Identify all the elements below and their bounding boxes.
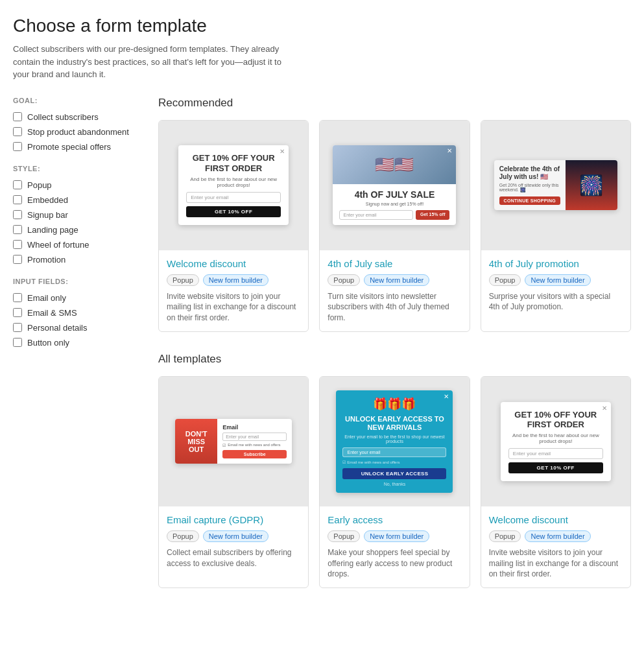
filter-wheel[interactable]: Wheel of fortune bbox=[13, 237, 143, 252]
template-card-welcome-discount-2[interactable]: ✕ GET 10% OFF YOUR FIRST ORDER And be th… bbox=[481, 376, 631, 588]
badge-new-form-builder: New form builder bbox=[525, 274, 590, 286]
template-info-july-sale: 4th of July sale Popup New form builder … bbox=[320, 250, 469, 331]
template-info-welcome-discount-2: Welcome discount Popup New form builder … bbox=[481, 506, 630, 587]
mini-popup-july-promo: ✕ Celebrate the 4th of July with us! 🇺🇸 … bbox=[494, 160, 617, 210]
filter-stop-abandonment[interactable]: Stop product abandonment bbox=[13, 124, 143, 139]
template-preview-july-sale: 🇺🇸🇺🇸 ✕ 4th OF JULY SALE Signup now and g… bbox=[320, 121, 469, 250]
badge-popup: Popup bbox=[328, 274, 360, 286]
template-card-july-promo[interactable]: ✕ Celebrate the 4th of July with us! 🇺🇸 … bbox=[481, 120, 631, 332]
template-name-welcome-discount-2: Welcome discount bbox=[489, 514, 623, 525]
checkbox-popup[interactable] bbox=[13, 180, 22, 189]
close-icon: ✕ bbox=[447, 147, 452, 154]
checkbox-email-sms[interactable] bbox=[13, 308, 22, 317]
filter-button-only[interactable]: Button only bbox=[13, 335, 143, 350]
template-name-july-sale: 4th of July sale bbox=[328, 258, 461, 269]
template-info-gdpr: Email capture (GDPR) Popup New form buil… bbox=[159, 506, 308, 577]
badge-new-form-builder: New form builder bbox=[525, 530, 590, 542]
template-desc-welcome-discount: Invite website visitors to join your mai… bbox=[167, 291, 300, 324]
template-badges-welcome-discount-2: Popup New form builder bbox=[489, 530, 623, 542]
mini-popup-welcome: ✕ GET 10% OFF YOUR FIRST ORDER And be th… bbox=[178, 145, 289, 224]
template-desc-early-access: Make your shoppers feel special by offer… bbox=[328, 547, 461, 580]
badge-new-form-builder: New form builder bbox=[203, 274, 268, 286]
filter-email-sms[interactable]: Email & SMS bbox=[13, 305, 143, 320]
badge-new-form-builder: New form builder bbox=[364, 274, 429, 286]
template-card-welcome-discount[interactable]: ✕ GET 10% OFF YOUR FIRST ORDER And be th… bbox=[158, 120, 309, 332]
filter-landing-page[interactable]: Landing page bbox=[13, 222, 143, 237]
checkbox-email-only[interactable] bbox=[13, 293, 22, 302]
fireworks-icon: 🎆 bbox=[579, 174, 603, 196]
template-preview-early-access: ✕ 🎁🎁🎁 UNLOCK EARLY ACCESS TO NEW ARRIVAL… bbox=[320, 377, 469, 506]
main-content: Recommended ✕ GET 10% OFF YOUR FIRST ORD… bbox=[158, 97, 631, 610]
checkbox-stop-abandonment[interactable] bbox=[13, 127, 22, 136]
template-card-gdpr[interactable]: DON'TMISSOUT Email Enter your email ☑ Em… bbox=[158, 376, 309, 588]
mini-popup-early-access: ✕ 🎁🎁🎁 UNLOCK EARLY ACCESS TO NEW ARRIVAL… bbox=[336, 390, 453, 493]
close-icon: ✕ bbox=[280, 148, 285, 155]
filter-embedded[interactable]: Embedded bbox=[13, 193, 143, 208]
page-title: Choose a form template bbox=[13, 16, 631, 36]
input-label: INPUT FIELDS: bbox=[13, 278, 143, 285]
mini-popup-gdpr: DON'TMISSOUT Email Enter your email ☑ Em… bbox=[175, 419, 292, 464]
template-name-july-promo: 4th of July promotion bbox=[489, 258, 623, 269]
close-icon: ✕ bbox=[444, 393, 449, 400]
template-preview-welcome-discount: ✕ GET 10% OFF YOUR FIRST ORDER And be th… bbox=[159, 121, 308, 250]
template-name-early-access: Early access bbox=[328, 514, 461, 525]
checkbox-promotion[interactable] bbox=[13, 255, 22, 264]
recommended-section-title: Recommended bbox=[158, 97, 631, 110]
mini-popup-welcome-2: ✕ GET 10% OFF YOUR FIRST ORDER And be th… bbox=[501, 402, 611, 481]
template-name-gdpr: Email capture (GDPR) bbox=[167, 514, 300, 525]
template-name-welcome-discount: Welcome discount bbox=[167, 258, 300, 269]
filter-promotion[interactable]: Promotion bbox=[13, 252, 143, 267]
checkbox-wheel[interactable] bbox=[13, 240, 22, 249]
flags-icon: 🇺🇸🇺🇸 bbox=[375, 156, 414, 174]
template-badges-july-sale: Popup New form builder bbox=[328, 274, 461, 286]
checkbox-landing-page[interactable] bbox=[13, 225, 22, 234]
template-desc-july-sale: Turn site visitors into newsletter subsc… bbox=[328, 291, 461, 324]
content-area: GOAL: Collect subscribers Stop product a… bbox=[13, 97, 631, 610]
sidebar: GOAL: Collect subscribers Stop product a… bbox=[13, 97, 143, 610]
badge-new-form-builder: New form builder bbox=[364, 530, 429, 542]
goal-label: GOAL: bbox=[13, 97, 143, 104]
filter-personal-details[interactable]: Personal details bbox=[13, 320, 143, 335]
template-info-july-promo: 4th of July promotion Popup New form bui… bbox=[481, 250, 630, 321]
template-preview-welcome-discount-2: ✕ GET 10% OFF YOUR FIRST ORDER And be th… bbox=[481, 377, 630, 506]
july-img-area: 🇺🇸🇺🇸 ✕ bbox=[333, 145, 456, 184]
recommended-grid: ✕ GET 10% OFF YOUR FIRST ORDER And be th… bbox=[158, 120, 631, 332]
style-label: STYLE: bbox=[13, 165, 143, 172]
filter-promote-offers[interactable]: Promote special offers bbox=[13, 139, 143, 154]
checkbox-collect-subscribers[interactable] bbox=[13, 112, 22, 121]
template-badges-july-promo: Popup New form builder bbox=[489, 274, 623, 286]
mini-popup-july-sale: 🇺🇸🇺🇸 ✕ 4th OF JULY SALE Signup now and g… bbox=[333, 145, 456, 225]
checkbox-personal-details[interactable] bbox=[13, 323, 22, 332]
badge-popup: Popup bbox=[489, 274, 521, 286]
template-preview-gdpr: DON'TMISSOUT Email Enter your email ☑ Em… bbox=[159, 377, 308, 506]
template-info-early-access: Early access Popup New form builder Make… bbox=[320, 506, 469, 587]
filter-email-only[interactable]: Email only bbox=[13, 290, 143, 305]
all-templates-section-title: All templates bbox=[158, 353, 631, 366]
template-preview-july-promo: ✕ Celebrate the 4th of July with us! 🇺🇸 … bbox=[481, 121, 630, 250]
close-icon: ✕ bbox=[602, 405, 607, 412]
badge-popup: Popup bbox=[328, 530, 360, 542]
badge-popup: Popup bbox=[167, 274, 199, 286]
filter-popup[interactable]: Popup bbox=[13, 178, 143, 193]
all-templates-grid: DON'TMISSOUT Email Enter your email ☑ Em… bbox=[158, 376, 631, 588]
template-desc-july-promo: Surprise your visitors with a special 4t… bbox=[489, 291, 623, 313]
template-card-early-access[interactable]: ✕ 🎁🎁🎁 UNLOCK EARLY ACCESS TO NEW ARRIVAL… bbox=[319, 376, 470, 588]
badge-popup: Popup bbox=[167, 530, 199, 542]
template-badges-welcome-discount: Popup New form builder bbox=[167, 274, 300, 286]
filter-signup-bar[interactable]: Signup bar bbox=[13, 208, 143, 222]
checkbox-button-only[interactable] bbox=[13, 338, 22, 347]
template-desc-welcome-discount-2: Invite website visitors to join your mai… bbox=[489, 547, 623, 580]
badge-new-form-builder: New form builder bbox=[203, 530, 268, 542]
template-card-july-sale[interactable]: 🇺🇸🇺🇸 ✕ 4th OF JULY SALE Signup now and g… bbox=[319, 120, 470, 332]
template-badges-early-access: Popup New form builder bbox=[328, 530, 461, 542]
template-desc-gdpr: Collect email subscribers by offering ac… bbox=[167, 547, 300, 569]
page-subtitle: Collect subscribers with our pre-designe… bbox=[13, 43, 285, 81]
template-info-welcome-discount: Welcome discount Popup New form builder … bbox=[159, 250, 308, 331]
checkbox-embedded[interactable] bbox=[13, 195, 22, 204]
template-badges-gdpr: Popup New form builder bbox=[167, 530, 300, 542]
badge-popup: Popup bbox=[489, 530, 521, 542]
checkbox-promote-offers[interactable] bbox=[13, 142, 22, 151]
filter-collect-subscribers[interactable]: Collect subscribers bbox=[13, 110, 143, 124]
checkbox-signup-bar[interactable] bbox=[13, 210, 22, 219]
page-container: Choose a form template Collect subscribe… bbox=[0, 0, 644, 624]
